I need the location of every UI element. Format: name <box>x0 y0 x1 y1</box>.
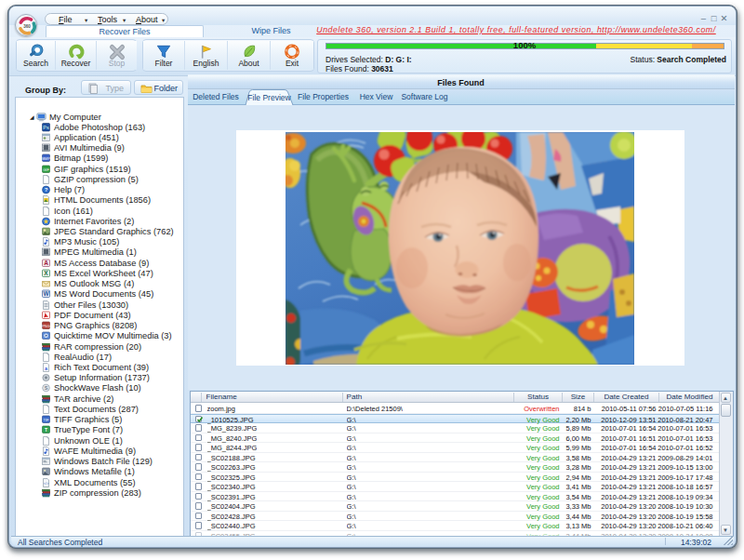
svg-text:?: ? <box>45 187 48 193</box>
svg-text:PNG: PNG <box>42 324 50 328</box>
svg-text:Ps: Ps <box>43 125 49 130</box>
svg-text:</>: </> <box>44 481 49 486</box>
svg-text:A: A <box>44 260 48 266</box>
svg-text:360: 360 <box>23 23 31 28</box>
svg-text:GIF: GIF <box>43 167 49 171</box>
svg-text:T: T <box>45 427 47 433</box>
svg-text:X: X <box>44 270 48 276</box>
svg-text:W: W <box>43 291 49 298</box>
svg-text:TIF: TIF <box>44 418 50 422</box>
svg-text:BMP: BMP <box>42 156 50 161</box>
svg-text:S: S <box>45 385 48 391</box>
